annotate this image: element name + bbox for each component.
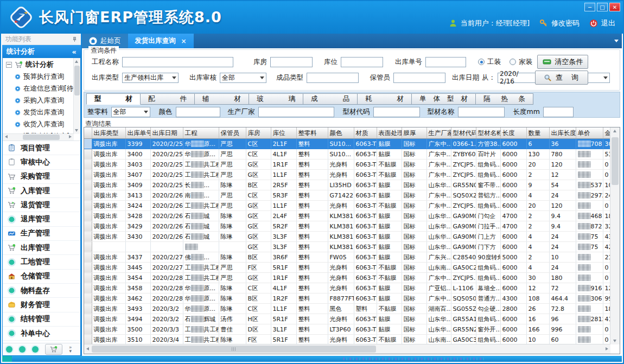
grid-row[interactable]: 调拨出库34002020/2/25华原...严思C区4L1F整料SU10...6… bbox=[84, 149, 610, 159]
radio-industrial[interactable]: 工装 bbox=[478, 58, 501, 67]
column-header[interactable]: 单价 bbox=[576, 127, 603, 139]
more-chevron-icon[interactable]: »▾ bbox=[69, 346, 72, 353]
grid-row[interactable]: 调拨出库34372020/2/27佛...陈琳B区3R6F整料FW056063-… bbox=[84, 252, 610, 263]
grid-row[interactable]: 调拨出库34582020/2/28华原...陈琳C区4L1F整料光身料6063-… bbox=[84, 283, 610, 293]
row-indicator[interactable] bbox=[84, 252, 92, 263]
row-indicator[interactable] bbox=[84, 180, 92, 190]
tree-vertical-scrollbar[interactable] bbox=[73, 58, 80, 134]
change-password-button[interactable]: 修改密码 bbox=[539, 18, 580, 28]
column-header[interactable]: 工程 bbox=[183, 127, 219, 139]
grid-row[interactable]: 调拨出库33992020/2/25华原...严思C区2L1F整料SU10...6… bbox=[84, 139, 610, 149]
column-header[interactable]: 出库单号 bbox=[125, 127, 150, 139]
project-name-input[interactable] bbox=[122, 57, 233, 67]
maximize-button[interactable]: □ bbox=[597, 3, 608, 11]
product-type-input[interactable] bbox=[307, 73, 359, 83]
location-input[interactable] bbox=[341, 57, 383, 67]
column-header[interactable]: 库房 bbox=[246, 127, 271, 139]
grid-row[interactable]: 调拨出库34292020/2/26石城陈琳G区5R2F整料KLM38176063… bbox=[84, 221, 610, 232]
column-header[interactable]: 保管员 bbox=[219, 127, 246, 139]
row-indicator[interactable] bbox=[84, 149, 92, 159]
material-tab-auxiliary[interactable]: 辅材 bbox=[195, 93, 249, 105]
sidebar-module-purchase-management[interactable]: 采购管理 bbox=[3, 170, 80, 184]
grid-row[interactable]: 调拨出库34302020/2/26石城陈琳G区3L3F整料KLM38176063… bbox=[84, 232, 610, 242]
sidebar-item-budget-execution-query[interactable]: 预算执行查询 bbox=[3, 71, 74, 82]
row-indicator[interactable] bbox=[84, 190, 92, 201]
tab-close-icon[interactable]: × bbox=[181, 37, 187, 45]
material-tab-finished[interactable]: 成品 bbox=[303, 93, 358, 105]
tree-root-statistics[interactable]: 统计分析 bbox=[3, 58, 74, 71]
sidebar-module-site-management[interactable]: 工地管理 bbox=[3, 255, 80, 269]
column-header[interactable]: 出库类型 bbox=[92, 127, 125, 139]
manufacturer-input[interactable] bbox=[258, 107, 334, 117]
collapse-chevron-icon[interactable]: « bbox=[72, 48, 77, 56]
row-indicator[interactable] bbox=[84, 293, 92, 304]
tab-overflow-chevron-icon[interactable] bbox=[614, 40, 619, 42]
profile-name-input[interactable] bbox=[458, 107, 505, 117]
tree-expander-icon[interactable] bbox=[6, 62, 12, 68]
profile-code-input[interactable] bbox=[373, 107, 420, 117]
grid-row[interactable]: 调拨出库34942020/3/2石辉城汤伟H区5R1F整料光身料6063-T5贴… bbox=[84, 314, 610, 324]
sidebar-module-outbound-management[interactable]: 出库管理 bbox=[3, 241, 80, 255]
sidebar-item-purchase-inbound-query[interactable]: 采购入库查询 bbox=[3, 94, 74, 106]
material-tab-single-profile[interactable]: 单体型材 bbox=[412, 93, 476, 105]
module-dot-icon[interactable] bbox=[19, 346, 26, 353]
sidebar-module-project-management[interactable]: 项目管理 bbox=[3, 141, 80, 155]
grid-row[interactable]: 调拨出库35102020/3/4工共工程陈琳F区5R1F整料光身料6063-T5… bbox=[84, 335, 610, 345]
grid-row[interactable]: 调拨出库34132020/2/26南...严思C区5R3F整料G71422606… bbox=[84, 190, 610, 201]
sidebar-item-shipment-outbound-query[interactable]: 发货出库查询 bbox=[3, 106, 74, 118]
row-indicator[interactable] bbox=[84, 242, 92, 252]
row-indicator[interactable] bbox=[84, 170, 92, 180]
statistics-module-button[interactable] bbox=[45, 344, 62, 355]
outbound-no-input[interactable] bbox=[425, 57, 466, 67]
outbound-audit-select[interactable]: 全部 bbox=[220, 73, 266, 83]
logout-button[interactable]: 退出 bbox=[589, 18, 615, 28]
grid-row[interactable]: 调拨出库34932020/3/2华原...陈琳C区1L1F整料黑色塑料不贴膜国标… bbox=[84, 304, 610, 314]
sidebar-module-material-inventory[interactable]: 物料盘存 bbox=[3, 284, 80, 298]
sidebar-module-finance-management[interactable]: 财务管理 bbox=[3, 298, 80, 312]
column-header[interactable]: 整零料 bbox=[296, 127, 328, 139]
row-indicator[interactable] bbox=[84, 263, 92, 273]
grid-row[interactable]: 调拨出库34072020/2/25工共工程严思G区1L1F整料光身料6063-T… bbox=[84, 170, 610, 180]
material-tab-insulation-strip[interactable]: 隔热条 bbox=[476, 93, 533, 105]
sidebar-module-return-goods-management[interactable]: 退货管理 bbox=[3, 198, 80, 212]
sidebar-module-return-warehouse-management[interactable]: 退库管理 bbox=[3, 212, 80, 226]
close-button[interactable]: ✕ bbox=[609, 3, 620, 11]
warehouse-input[interactable] bbox=[270, 57, 313, 67]
grid-row[interactable]: 调拨出库34282020/2/26石城陈琳G区2L4F整料KLM38176063… bbox=[84, 211, 610, 221]
sidebar-module-warehouse-management[interactable]: 仓储管理 bbox=[3, 270, 80, 284]
material-tab-glass[interactable]: 玻璃 bbox=[249, 93, 303, 105]
column-header[interactable]: 出库长度 bbox=[549, 127, 576, 139]
grid-row[interactable]: 调拨出库34542020/2/28工共工程严思G区1R1F整料光身料6063-T… bbox=[84, 273, 610, 283]
row-indicator[interactable] bbox=[84, 273, 92, 283]
sidebar-item-in-transit-info-query[interactable]: 在途信息查询[待定] bbox=[3, 82, 74, 94]
column-header[interactable]: 出库日期 bbox=[150, 127, 183, 139]
row-indicator[interactable] bbox=[84, 324, 92, 335]
radio-home[interactable]: 家装 bbox=[510, 58, 532, 67]
grid-row[interactable]: 调拨出库34032020/2/25工共工程严思G区1R1F整料光身料6063-T… bbox=[84, 159, 610, 170]
grid-row[interactable]: G区3L3F整料KLM38176063-T5贴膜国标山东华...GA90M09.… bbox=[84, 242, 610, 252]
length-input[interactable] bbox=[543, 107, 574, 117]
sidebar-module-supplement-center[interactable]: 补单中心 bbox=[3, 327, 80, 341]
column-header[interactable]: 型材代码 bbox=[451, 127, 476, 139]
color-input[interactable] bbox=[176, 107, 220, 117]
outbound-type-select[interactable]: 生产领料出库 bbox=[122, 73, 179, 83]
row-indicator[interactable] bbox=[84, 232, 92, 242]
sidebar-module-carryover-management[interactable]: 结转管理 bbox=[3, 312, 80, 327]
row-indicator[interactable] bbox=[84, 211, 92, 221]
module-dot-icon[interactable] bbox=[6, 346, 12, 353]
sidebar-module-inbound-management[interactable]: 入库管理 bbox=[3, 184, 80, 198]
grid-row[interactable]: 调拨出库34622020/2/28华原...陈琳B区1R2F整料F8877FT6… bbox=[84, 293, 610, 304]
grid-row[interactable]: 调拨出库34092020/2/25长...陈琳B区2R5F整料LI35HD606… bbox=[84, 180, 610, 190]
sidebar-module-audit-center[interactable]: 审核中心 bbox=[3, 155, 80, 169]
grid-vertical-scrollbar[interactable] bbox=[610, 127, 620, 344]
grid-row[interactable]: 调拨出库35002020/3/3工共工程曹佳D区3L1F整料LT3P606063… bbox=[84, 324, 610, 335]
sidebar-item-receipt-inbound-query[interactable]: 收货入库查询 bbox=[3, 118, 74, 130]
column-header[interactable]: 库位 bbox=[271, 127, 296, 139]
row-indicator[interactable] bbox=[84, 335, 92, 345]
column-header[interactable]: 表面处理 bbox=[377, 127, 402, 139]
material-tab-accessories[interactable]: 配件 bbox=[141, 93, 195, 105]
row-indicator[interactable] bbox=[84, 139, 92, 149]
column-header[interactable]: 型材名称 bbox=[476, 127, 500, 139]
search-button[interactable]: 查 询 bbox=[535, 71, 588, 85]
minimize-button[interactable]: ─ bbox=[584, 3, 595, 11]
